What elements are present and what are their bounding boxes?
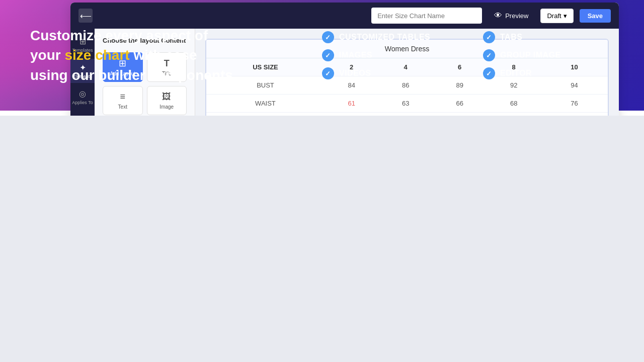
feature-customized-tables: ✓ CUSTOMIZED TABLES — [322, 31, 453, 43]
check-icon-images: ✓ — [322, 49, 334, 61]
feature-tabs: ✓ TABS — [483, 31, 614, 43]
check-icon-editor: ✓ — [483, 67, 495, 79]
hero-text: Customize every aspect of your size char… — [30, 26, 322, 85]
hero-title: Customize every aspect of your size char… — [30, 26, 322, 85]
app-area-background — [0, 116, 644, 362]
hero-features: ✓ CUSTOMIZED TABLES ✓ TABS ✓ IMAGES ✓ GR… — [322, 31, 614, 79]
hero-section: Customize every aspect of your size char… — [0, 0, 644, 111]
feature-images: ✓ IMAGES — [322, 49, 453, 61]
check-icon-tabs: ✓ — [483, 31, 495, 43]
check-icon-tables: ✓ — [322, 31, 334, 43]
check-icon-group-image: ✓ — [483, 49, 495, 61]
feature-group-image: ✓ GROUP IMAGE — [483, 49, 614, 61]
feature-videos: ✓ VIDEOS — [322, 67, 453, 79]
check-icon-videos: ✓ — [322, 67, 334, 79]
feature-editor: ✓ EDITOR — [483, 67, 614, 79]
